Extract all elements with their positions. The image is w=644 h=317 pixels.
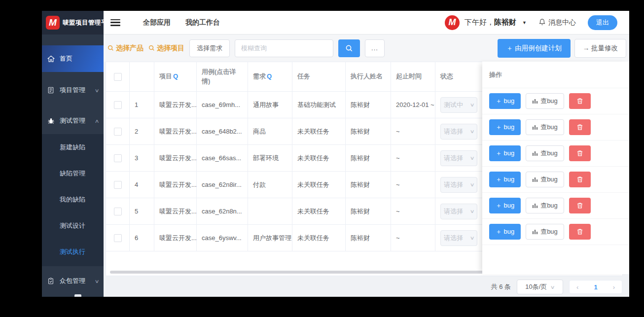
cell-case[interactable]: case_648b2... <box>197 118 248 144</box>
sidebar-item-defect-mgmt[interactable]: 缺陷管理 <box>42 160 104 186</box>
chevron-down-icon: ∨ <box>469 102 474 107</box>
view-bug-button[interactable]: 查bug <box>526 224 564 240</box>
bar-chart-icon <box>532 176 538 182</box>
top-header: 全部应用 我的工作台 M 下午好，陈裕财 ▼ 消息中心 退出 <box>104 11 629 35</box>
add-bug-button[interactable]: ＋ bug <box>489 93 521 109</box>
operations-column: 操作 ＋ bug 查bug ＋ bug 查bug ＋ bug 查bug <box>482 62 629 274</box>
status-select[interactable]: 请选择 ∨ <box>440 124 477 140</box>
message-center-label: 消息中心 <box>548 18 576 27</box>
cell-case[interactable]: case_6yswv... <box>197 225 248 251</box>
sidebar-item-my-defects[interactable]: 我的缺陷 <box>42 186 104 212</box>
sidebar-item-project-mgmt[interactable]: 项目管理 ∨ <box>42 77 104 104</box>
cell-dates: ~ <box>391 145 435 171</box>
toolbar-actions: ＋ 由用例创建计划 → 批量修改 <box>498 39 629 58</box>
status-select[interactable]: 请选择 ∨ <box>440 204 477 219</box>
search-icon <box>345 44 353 52</box>
header-cell-dates: 起止时间 <box>391 62 435 91</box>
cell-executor: 陈裕财 <box>346 145 391 171</box>
sidebar-item-new-defect[interactable]: 新建缺陷 <box>42 134 104 160</box>
view-bug-button[interactable]: 查bug <box>526 119 564 135</box>
top-nav: 全部应用 我的工作台 <box>143 18 220 27</box>
delete-button[interactable] <box>569 224 591 240</box>
header-cell-index <box>130 62 154 91</box>
select-project-link[interactable]: 选择项目 <box>148 44 184 53</box>
chevron-down-icon: ∨ <box>469 129 474 134</box>
cell-case[interactable]: case_69mh... <box>197 92 248 118</box>
page-size-select[interactable]: 10条/页 ∨ <box>517 280 563 294</box>
nav-all-apps[interactable]: 全部应用 <box>143 18 171 27</box>
nav-my-workbench[interactable]: 我的工作台 <box>185 18 220 27</box>
row-checkbox[interactable] <box>114 181 122 189</box>
user-greeting[interactable]: 下午好，陈裕财 <box>465 18 516 27</box>
fuzzy-search-input[interactable] <box>235 39 333 57</box>
bar-chart-icon <box>532 203 538 209</box>
status-select[interactable]: 请选择 ∨ <box>440 177 477 193</box>
sidebar-item-test-design[interactable]: 测试设计 <box>42 212 104 239</box>
filter-q-icon[interactable]: Q <box>173 72 178 81</box>
document-icon <box>47 86 55 94</box>
user-menu-caret-icon[interactable]: ▼ <box>522 20 527 25</box>
view-bug-button[interactable]: 查bug <box>526 145 564 161</box>
page-size-label: 10条/页 <box>525 282 547 291</box>
cell-requirement <box>248 198 292 224</box>
sidebar-item-test-mgmt[interactable]: 测试管理 ∧ <box>42 107 104 134</box>
add-bug-button[interactable]: ＋ bug <box>489 119 521 135</box>
prev-page-button[interactable]: ‹ <box>576 283 578 291</box>
cell-executor: 陈裕财 <box>346 172 391 198</box>
search-button[interactable] <box>338 39 360 57</box>
filter-toolbar: 选择产品 选择项目 选择需求 ... ＋ 由用例创建计划 → 批量修改 <box>104 35 629 62</box>
delete-button[interactable] <box>569 172 591 187</box>
sidebar-item-home[interactable]: 首页 <box>42 45 104 72</box>
create-plan-button[interactable]: ＋ 由用例创建计划 <box>498 39 571 58</box>
cell-dates: ~ <box>391 172 435 198</box>
cell-dates: ~ <box>391 118 435 144</box>
header-cell-status: 状态 <box>435 62 483 91</box>
avatar[interactable]: M <box>445 15 460 30</box>
status-select[interactable]: 请选择 ∨ <box>440 230 477 246</box>
select-project-label: 选择项目 <box>157 44 184 53</box>
row-checkbox[interactable] <box>114 208 122 215</box>
batch-edit-button[interactable]: → 批量修改 <box>574 39 626 58</box>
status-select[interactable]: 测试中 ∨ <box>440 97 477 113</box>
view-bug-button[interactable]: 查bug <box>526 93 564 109</box>
trash-icon <box>576 124 583 131</box>
row-checkbox[interactable] <box>114 128 122 136</box>
row-checkbox[interactable] <box>114 234 122 242</box>
header-cell-project[interactable]: 项目Q <box>154 62 197 91</box>
current-page-button[interactable]: 1 <box>594 283 597 291</box>
view-bug-button[interactable]: 查bug <box>526 198 564 213</box>
next-page-button[interactable]: › <box>613 283 615 291</box>
select-all-checkbox[interactable] <box>114 73 122 81</box>
add-bug-button[interactable]: ＋ bug <box>489 145 521 161</box>
delete-button[interactable] <box>569 198 591 213</box>
cell-project: 唛盟云开发... <box>154 198 197 224</box>
message-center[interactable]: 消息中心 <box>538 18 576 27</box>
sidebar-item-crowdsourcing[interactable]: 众包管理 ∨ <box>42 268 104 294</box>
row-checkbox[interactable] <box>114 101 122 109</box>
header-cell-requirement[interactable]: 需求Q <box>248 62 292 91</box>
status-select[interactable]: 请选择 ∨ <box>440 150 477 166</box>
delete-button[interactable] <box>569 119 591 135</box>
operations-row: ＋ bug 查bug <box>482 167 629 193</box>
cell-case[interactable]: case_62n8n... <box>197 198 248 224</box>
add-bug-button[interactable]: ＋ bug <box>489 198 521 213</box>
select-product-link[interactable]: 选择产品 <box>107 44 143 53</box>
delete-button[interactable] <box>569 145 591 161</box>
row-checkbox[interactable] <box>114 154 122 162</box>
cell-case[interactable]: case_66sas... <box>197 145 248 171</box>
cell-dates: ~ <box>391 198 435 224</box>
hamburger-menu-icon[interactable] <box>110 19 120 26</box>
delete-button[interactable] <box>569 93 591 109</box>
filter-q-icon[interactable]: Q <box>267 72 272 81</box>
cell-task: 未关联任务 <box>292 118 346 144</box>
view-bug-button[interactable]: 查bug <box>526 172 564 187</box>
add-bug-button[interactable]: ＋ bug <box>489 172 521 187</box>
chevron-down-icon: ∨ <box>469 182 474 187</box>
more-filters-button[interactable]: ... <box>365 39 385 57</box>
logout-button[interactable]: 退出 <box>588 15 617 30</box>
sidebar-item-test-execution[interactable]: 测试执行 <box>42 239 104 265</box>
select-requirement-button[interactable]: 选择需求 <box>189 39 230 57</box>
add-bug-button[interactable]: ＋ bug <box>489 224 521 240</box>
bell-icon <box>538 18 546 27</box>
cell-case[interactable]: case_62n8ir... <box>197 172 248 198</box>
